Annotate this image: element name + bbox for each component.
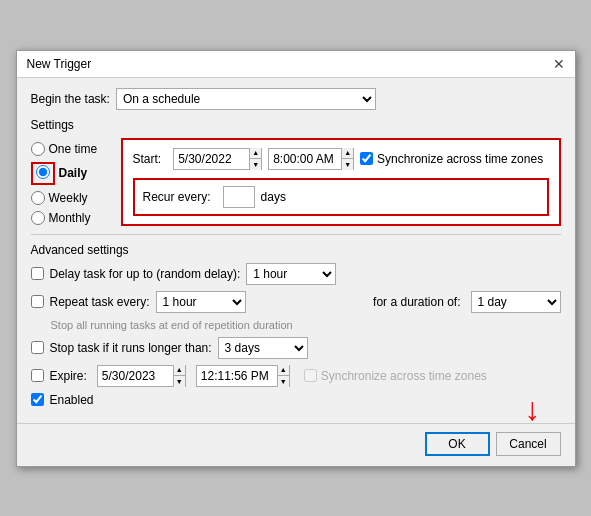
advanced-label: Advanced settings xyxy=(31,243,561,257)
expire-date-input[interactable]: ▲ ▼ xyxy=(97,365,186,387)
enabled-label: Enabled xyxy=(50,393,94,407)
expire-row: Expire: ▲ ▼ ▲ ▼ Sync xyxy=(31,365,561,387)
red-arrow-indicator: ↓ xyxy=(525,393,541,425)
stop-running-row: Stop all running tasks at end of repetit… xyxy=(51,319,561,331)
delay-task-row: Delay task for up to (random delay): 1 h… xyxy=(31,263,561,285)
expire-time-up[interactable]: ▲ xyxy=(278,365,289,377)
sync-checkbox-row[interactable]: Synchronize across time zones xyxy=(360,152,543,166)
expire-sync-checkbox[interactable] xyxy=(304,369,317,382)
expire-time-spin[interactable]: ▲ ▼ xyxy=(277,365,289,387)
settings-box: One time Daily Weekly Monthly xyxy=(31,138,561,226)
new-trigger-dialog: New Trigger ✕ Begin the task: On a sched… xyxy=(16,50,576,467)
weekly-label: Weekly xyxy=(49,191,88,205)
stop-running-text: Stop all running tasks at end of repetit… xyxy=(51,319,293,331)
cancel-button[interactable]: Cancel xyxy=(496,432,561,456)
expire-date-down[interactable]: ▼ xyxy=(174,376,185,387)
date-spin[interactable]: ▲ ▼ xyxy=(249,148,261,170)
expire-date-field[interactable] xyxy=(98,369,173,383)
repeat-task-checkbox[interactable] xyxy=(31,295,44,308)
time-spin[interactable]: ▲ ▼ xyxy=(341,148,353,170)
delay-task-dropdown[interactable]: 1 hour xyxy=(246,263,336,285)
recur-value-input[interactable]: 1 xyxy=(223,186,255,208)
date-spin-up[interactable]: ▲ xyxy=(250,148,261,160)
expire-time-field[interactable] xyxy=(197,369,277,383)
sync-tz-label: Synchronize across time zones xyxy=(377,152,543,166)
start-date-input[interactable]: ▲ ▼ xyxy=(173,148,262,170)
start-date-field[interactable] xyxy=(174,152,249,166)
enabled-checkbox[interactable] xyxy=(31,393,44,406)
one-time-label: One time xyxy=(49,142,98,156)
expire-date-up[interactable]: ▲ xyxy=(174,365,185,377)
close-button[interactable]: ✕ xyxy=(553,57,565,71)
advanced-settings-section: Advanced settings Delay task for up to (… xyxy=(31,243,561,407)
title-bar: New Trigger ✕ xyxy=(17,51,575,78)
start-time-field[interactable] xyxy=(269,152,341,166)
begin-task-label: Begin the task: xyxy=(31,92,110,106)
expire-time-down[interactable]: ▼ xyxy=(278,376,289,387)
expire-sync-label: Synchronize across time zones xyxy=(321,369,487,383)
radio-group: One time Daily Weekly Monthly xyxy=(31,138,111,226)
delay-task-checkbox[interactable] xyxy=(31,267,44,280)
expire-sync-row[interactable]: Synchronize across time zones xyxy=(304,369,487,383)
radio-one-time[interactable]: One time xyxy=(31,142,111,156)
expire-checkbox[interactable] xyxy=(31,369,44,382)
radio-weekly[interactable]: Weekly xyxy=(31,191,111,205)
ok-button[interactable]: OK xyxy=(425,432,490,456)
dialog-footer: OK Cancel xyxy=(17,423,575,466)
settings-label: Settings xyxy=(31,118,561,132)
delay-task-label: Delay task for up to (random delay): xyxy=(50,267,241,281)
expire-time-input[interactable]: ▲ ▼ xyxy=(196,365,290,387)
start-label: Start: xyxy=(133,152,162,166)
repeat-task-row: Repeat task every: 1 hour for a duration… xyxy=(31,291,561,313)
recur-label: Recur every: xyxy=(143,190,211,204)
date-spin-down[interactable]: ▼ xyxy=(250,159,261,170)
radio-daily[interactable]: Daily xyxy=(31,162,111,185)
duration-dropdown[interactable]: 1 day xyxy=(471,291,561,313)
stop-longer-label: Stop task if it runs longer than: xyxy=(50,341,212,355)
recur-unit: days xyxy=(261,190,286,204)
daily-label: Daily xyxy=(59,166,88,180)
divider-1 xyxy=(31,234,561,235)
repeat-task-label: Repeat task every: xyxy=(50,295,150,309)
duration-label: for a duration of: xyxy=(373,295,460,309)
begin-task-row: Begin the task: On a schedule xyxy=(31,88,561,110)
start-time-input[interactable]: ▲ ▼ xyxy=(268,148,354,170)
time-spin-up[interactable]: ▲ xyxy=(342,148,353,160)
monthly-label: Monthly xyxy=(49,211,91,225)
right-panel: Start: ▲ ▼ ▲ ▼ xyxy=(121,138,561,226)
time-spin-down[interactable]: ▼ xyxy=(342,159,353,170)
dialog-content: Begin the task: On a schedule Settings O… xyxy=(17,78,575,423)
enabled-row: Enabled ↓ xyxy=(31,393,561,407)
sync-tz-checkbox[interactable] xyxy=(360,152,373,165)
recur-row: Recur every: 1 days xyxy=(133,178,549,216)
stop-longer-checkbox[interactable] xyxy=(31,341,44,354)
stop-longer-row: Stop task if it runs longer than: 3 days xyxy=(31,337,561,359)
expire-date-spin[interactable]: ▲ ▼ xyxy=(173,365,185,387)
start-row: Start: ▲ ▼ ▲ ▼ xyxy=(133,148,549,170)
expire-label: Expire: xyxy=(50,369,87,383)
dialog-title: New Trigger xyxy=(27,57,92,71)
radio-monthly[interactable]: Monthly xyxy=(31,211,111,225)
repeat-task-dropdown[interactable]: 1 hour xyxy=(156,291,246,313)
stop-longer-dropdown[interactable]: 3 days xyxy=(218,337,308,359)
begin-task-dropdown[interactable]: On a schedule xyxy=(116,88,376,110)
